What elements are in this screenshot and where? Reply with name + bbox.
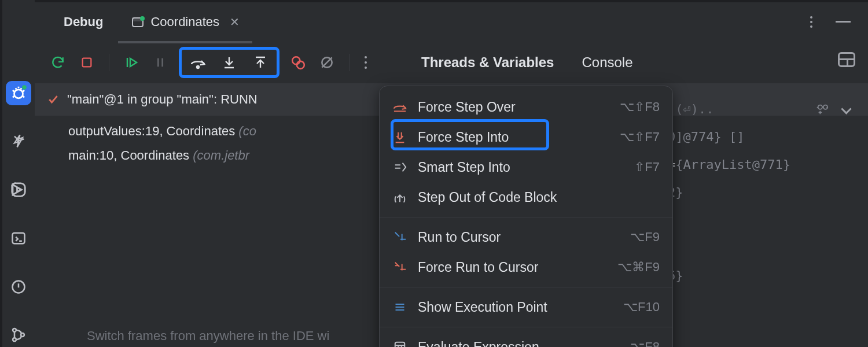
svg-rect-2 [13, 233, 25, 244]
svg-point-6 [21, 333, 24, 337]
activity-vcs[interactable] [6, 323, 31, 347]
menu-item-label: Show Execution Point [418, 300, 547, 315]
activity-build[interactable] [6, 130, 31, 154]
menu-item-shortcut: ⇧F7 [634, 160, 660, 175]
layout-settings-button[interactable] [838, 52, 855, 67]
step-out-button[interactable] [250, 52, 271, 73]
run-to-cursor-icon [392, 230, 407, 245]
svg-point-15 [818, 105, 822, 109]
view-breakpoints-button[interactable] [288, 52, 308, 73]
menu-item-label: Force Run to Cursor [418, 260, 538, 275]
close-tab-icon[interactable]: ✕ [230, 15, 240, 29]
svg-point-11 [197, 66, 199, 68]
step-into-button[interactable] [219, 52, 240, 73]
activity-run[interactable] [6, 178, 31, 202]
menu-item-shortcut: ⌥F8 [630, 339, 660, 347]
svg-point-12 [292, 57, 300, 64]
menu-item-show-execution-point[interactable]: Show Execution Point ⌥F10 [380, 292, 672, 322]
rerun-button[interactable] [47, 52, 68, 73]
svg-point-9 [140, 16, 145, 21]
menu-item-shortcut: ⌥⇧F7 [620, 130, 660, 145]
force-step-over-icon [392, 99, 407, 115]
menu-item-shortcut: ⌥⌘F9 [617, 260, 660, 275]
menu-separator [380, 287, 672, 287]
step-out-block-icon [392, 190, 407, 205]
resume-button[interactable] [121, 52, 142, 73]
mute-breakpoints-button[interactable] [317, 52, 337, 73]
menu-item-label: Evaluate Expression… [418, 339, 553, 348]
toolbar-more-icon[interactable] [365, 56, 367, 69]
tab-threads-variables[interactable]: Threads & Variables [421, 54, 554, 71]
menu-item-shortcut: ⌥⇧F8 [620, 99, 660, 115]
svg-point-13 [297, 61, 304, 69]
svg-point-5 [13, 338, 16, 341]
evaluate-icon [392, 339, 407, 347]
separator [109, 54, 109, 71]
menu-item-label: Step Out of Code Block [418, 190, 557, 205]
menu-item-step-out-of-code-block[interactable]: Step Out of Code Block [380, 182, 672, 212]
thread-text: "main"@1 in group "main": RUNN [67, 92, 258, 107]
shortcut-hint: Switch frames from anywhere in the IDE w… [87, 328, 329, 344]
stop-button[interactable] [76, 52, 97, 73]
separator [349, 54, 350, 71]
svg-point-4 [13, 328, 16, 332]
smart-step-into-icon [392, 160, 407, 175]
menu-item-shortcut: ⌥F10 [623, 300, 660, 315]
menu-item-force-step-into[interactable]: Force Step Into ⌥⇧F7 [380, 122, 672, 152]
menu-item-force-step-over[interactable]: Force Step Over ⌥⇧F8 [380, 92, 672, 122]
menu-item-shortcut: ⌥F9 [630, 230, 660, 245]
menu-item-force-run-to-cursor[interactable]: Force Run to Cursor ⌥⌘F9 [380, 252, 672, 282]
tab-console[interactable]: Console [582, 54, 632, 71]
activity-problems[interactable] [6, 275, 31, 299]
menu-item-evaluate-expression[interactable]: Evaluate Expression… ⌥F8 [380, 332, 672, 347]
activity-debug[interactable] [6, 81, 31, 105]
run-config-tab-label: Coordinates [150, 14, 219, 29]
run-config-icon [131, 16, 144, 28]
svg-rect-10 [83, 58, 91, 67]
show-exec-point-icon [392, 300, 407, 315]
menu-item-smart-step-into[interactable]: Smart Step Into ⇧F7 [380, 152, 672, 182]
tool-window-tab-label: Debug [64, 14, 103, 29]
menu-item-label: Run to Cursor [418, 230, 501, 245]
expand-icon[interactable] [841, 102, 855, 116]
menu-item-run-to-cursor[interactable]: Run to Cursor ⌥F9 [380, 222, 672, 252]
tool-window-options-icon[interactable] [810, 16, 812, 28]
menu-item-label: Smart Step Into [418, 160, 510, 175]
thread-running-icon [46, 94, 60, 105]
force-step-into-icon [392, 130, 407, 145]
step-buttons-highlight [179, 47, 279, 78]
step-over-button[interactable] [187, 52, 208, 73]
menu-separator [380, 327, 672, 327]
svg-point-1 [22, 85, 27, 90]
activity-terminal[interactable] [6, 226, 31, 250]
force-run-to-cursor-icon [392, 260, 407, 275]
add-watch-icon[interactable] [815, 102, 830, 115]
debug-step-context-menu: Force Step Over ⌥⇧F8 Force Step Into ⌥⇧F… [379, 86, 673, 347]
menu-item-label: Force Step Over [418, 99, 516, 115]
pause-button[interactable] [150, 52, 171, 73]
svg-rect-17 [395, 342, 405, 347]
menu-item-label: Force Step Into [418, 130, 509, 145]
hide-tool-window-icon[interactable] [836, 21, 851, 23]
run-config-tab-coordinates[interactable]: Coordinates ✕ [118, 2, 252, 41]
menu-separator [380, 217, 672, 217]
tool-window-tab-debug[interactable]: Debug [51, 2, 116, 41]
svg-point-0 [14, 90, 23, 98]
